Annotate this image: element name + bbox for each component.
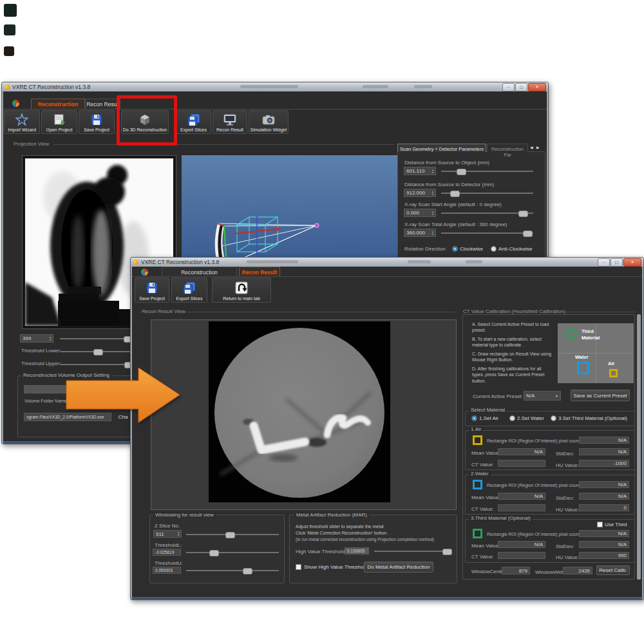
- set-third-radio[interactable]: [551, 415, 556, 421]
- source-detector-distance-input[interactable]: 912.000 ▴▾: [404, 189, 436, 197]
- slider-handle[interactable]: [93, 349, 103, 355]
- maximize-button[interactable]: ▢: [611, 258, 623, 267]
- spinner-icons[interactable]: ▴▾: [432, 169, 433, 174]
- third-stddev-field[interactable]: N/A: [579, 541, 629, 548]
- desktop-icon[interactable]: [4, 46, 14, 56]
- spin-down-icon[interactable]: ▾: [50, 339, 51, 341]
- back-window-titlebar[interactable]: VXRE CT Reconstruction v1.3.8 – ▢ ✕: [2, 82, 548, 91]
- threshold-u-input[interactable]: 0.059303: [153, 567, 181, 574]
- slider-handle[interactable]: [450, 191, 460, 197]
- return-main-tab-button[interactable]: Return to main tab: [212, 278, 271, 303]
- air-ct-field[interactable]: [498, 460, 545, 467]
- current-preset-dropdown[interactable]: N/A ▼: [524, 391, 561, 401]
- simulation-widget-button[interactable]: Simulation Widget: [249, 110, 289, 134]
- use-third-checkbox[interactable]: [597, 522, 603, 527]
- spin-down-icon[interactable]: ▾: [432, 171, 433, 174]
- high-value-threshold-label: High Value Threshold:: [296, 549, 346, 554]
- spinner-icons[interactable]: ▴▾: [432, 211, 433, 216]
- slider-handle[interactable]: [457, 169, 466, 175]
- save-project-button[interactable]: Save Project: [79, 110, 115, 134]
- recon-result-button[interactable]: Recon Result: [213, 110, 247, 134]
- slider-handle[interactable]: [518, 211, 528, 217]
- spinner-icons[interactable]: ▴▾: [50, 336, 51, 341]
- slider-handle[interactable]: [209, 550, 219, 556]
- tab-reconstruction[interactable]: Reconstruction: [31, 99, 85, 109]
- tab-scan-geometry[interactable]: Scan Geometry + Detector Parameters: [397, 144, 486, 152]
- slider-handle[interactable]: [523, 231, 533, 237]
- slider-handle[interactable]: [442, 549, 452, 555]
- spinner-icons[interactable]: ▴▾: [178, 531, 179, 536]
- close-button[interactable]: ✕: [528, 83, 546, 91]
- do-mar-button[interactable]: Do Metal Artifact Reduction: [364, 562, 433, 573]
- water-roi-count-field[interactable]: N/A: [579, 481, 629, 488]
- threshold-lower-slider[interactable]: [60, 351, 131, 352]
- spinner-icons[interactable]: ▴▾: [432, 191, 433, 196]
- minimize-button[interactable]: –: [502, 83, 515, 91]
- export-slices-button[interactable]: Export Slices: [171, 278, 207, 303]
- water-hu-field[interactable]: 0: [579, 504, 629, 511]
- source-object-distance-input[interactable]: 601.110 ▴▾: [404, 167, 436, 175]
- calibration-scrollbar[interactable]: [637, 314, 641, 580]
- threshold-u-slider[interactable]: [186, 570, 279, 571]
- third-ct-field[interactable]: [498, 552, 545, 559]
- reset-calib-button[interactable]: Reset Calib.: [596, 565, 630, 575]
- window-width-field[interactable]: 2435: [563, 567, 592, 574]
- z-slice-slider[interactable]: [186, 534, 279, 535]
- export-slices-button[interactable]: Export Slices: [176, 110, 211, 134]
- threshold-l-input[interactable]: -0.025619: [153, 549, 181, 556]
- recon-result-viewport[interactable]: [151, 319, 457, 510]
- window-center-field[interactable]: 879: [502, 567, 530, 574]
- close-button[interactable]: ✕: [623, 258, 641, 267]
- scan-total-angle-slider[interactable]: [441, 232, 533, 234]
- minimize-button[interactable]: –: [598, 258, 610, 267]
- slider-handle[interactable]: [243, 568, 252, 574]
- clockwise-radio[interactable]: [452, 246, 458, 252]
- spin-down-icon[interactable]: ▾: [432, 193, 433, 196]
- scan-start-angle-slider[interactable]: [441, 213, 533, 214]
- projection-slice-input[interactable]: 399 ▴▾: [20, 334, 53, 343]
- tab-reconstruction-params[interactable]: Reconstruction Par: [487, 144, 528, 152]
- threshold-l-slider[interactable]: [186, 552, 279, 553]
- projection-slice-slider[interactable]: [60, 338, 131, 339]
- tab-scroll-right-icon[interactable]: ▶: [536, 145, 540, 149]
- water-stddev-field[interactable]: N/A: [579, 493, 629, 500]
- high-value-threshold-slider[interactable]: [374, 551, 451, 552]
- tab-reconstruction[interactable]: Reconstruction: [162, 267, 237, 276]
- slider-handle[interactable]: [225, 532, 235, 538]
- import-wizard-button[interactable]: Import Wizard: [4, 110, 40, 134]
- water-mean-field[interactable]: N/A: [498, 493, 545, 500]
- air-hu-field[interactable]: -1000: [579, 460, 629, 467]
- open-project-button[interactable]: Open Project: [41, 110, 77, 134]
- front-window-titlebar[interactable]: VXRE CT Reconstruction v1.3.8 – ▢ ✕: [131, 258, 643, 267]
- third-roi-count-field[interactable]: N/A: [579, 530, 629, 537]
- air-mean-field[interactable]: N/A: [498, 448, 545, 455]
- spin-down-icon[interactable]: ▾: [432, 233, 433, 236]
- tab-recon-result[interactable]: Recon Result: [239, 267, 280, 276]
- show-high-value-checkbox[interactable]: [296, 564, 301, 570]
- third-hu-field[interactable]: 990: [579, 552, 629, 559]
- source-detector-distance-slider[interactable]: [441, 193, 533, 194]
- set-water-radio[interactable]: [509, 415, 515, 421]
- source-object-distance-slider[interactable]: [441, 171, 533, 172]
- desktop-icon[interactable]: [4, 24, 15, 35]
- set-air-radio[interactable]: [471, 415, 477, 421]
- spin-down-icon[interactable]: ▾: [178, 534, 179, 536]
- anti-clockwise-radio[interactable]: [491, 246, 497, 252]
- threshold-upper-slider[interactable]: [60, 364, 131, 365]
- water-ct-field[interactable]: [498, 504, 545, 511]
- tab-recon-result[interactable]: Recon Result: [86, 99, 120, 109]
- spinner-icons[interactable]: ▴▾: [432, 231, 433, 236]
- air-stddev-field[interactable]: N/A: [579, 448, 629, 455]
- maximize-button[interactable]: ▢: [515, 83, 527, 91]
- scan-total-angle-input[interactable]: 360.000 ▴▾: [404, 229, 436, 237]
- save-project-button[interactable]: Save Project: [135, 278, 169, 303]
- desktop-icon[interactable]: [4, 4, 17, 17]
- save-preset-button[interactable]: Save as Current Preset: [571, 390, 630, 401]
- high-value-threshold-input[interactable]: 0.130605: [345, 547, 369, 554]
- third-mean-field[interactable]: N/A: [498, 541, 545, 548]
- scan-start-angle-input[interactable]: 0.000 ▴▾: [404, 209, 436, 217]
- spin-down-icon[interactable]: ▾: [432, 213, 433, 216]
- tab-scroll-left-icon[interactable]: ◀: [530, 145, 533, 149]
- z-slice-input[interactable]: 511 ▴▾: [153, 530, 182, 538]
- air-roi-count-field[interactable]: N/A: [579, 437, 629, 444]
